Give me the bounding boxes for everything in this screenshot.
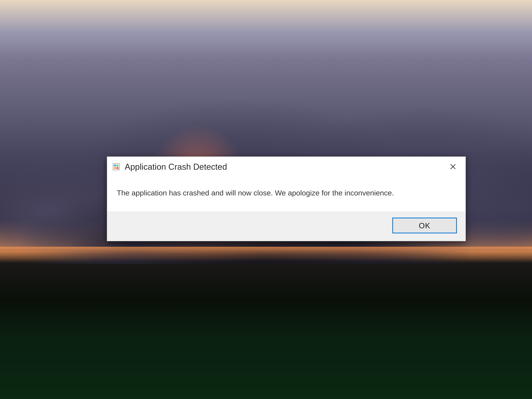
dialog-body: The application has crashed and will now… [107,177,465,212]
dialog-titlebar[interactable]: Application Crash Detected [107,157,465,177]
dialog-title: Application Crash Detected [125,162,444,172]
dialog-message: The application has crashed and will now… [117,189,394,197]
svg-rect-3 [114,167,116,169]
svg-rect-4 [116,167,119,169]
close-button[interactable] [444,160,462,173]
crash-dialog: Application Crash Detected The applicati… [107,157,466,241]
application-icon [113,163,120,171]
close-icon [450,164,456,170]
wallpaper-horizon [0,247,532,261]
svg-rect-1 [114,165,116,167]
dialog-footer: OK [107,212,465,241]
ok-button[interactable]: OK [392,218,457,233]
svg-rect-2 [116,165,119,167]
